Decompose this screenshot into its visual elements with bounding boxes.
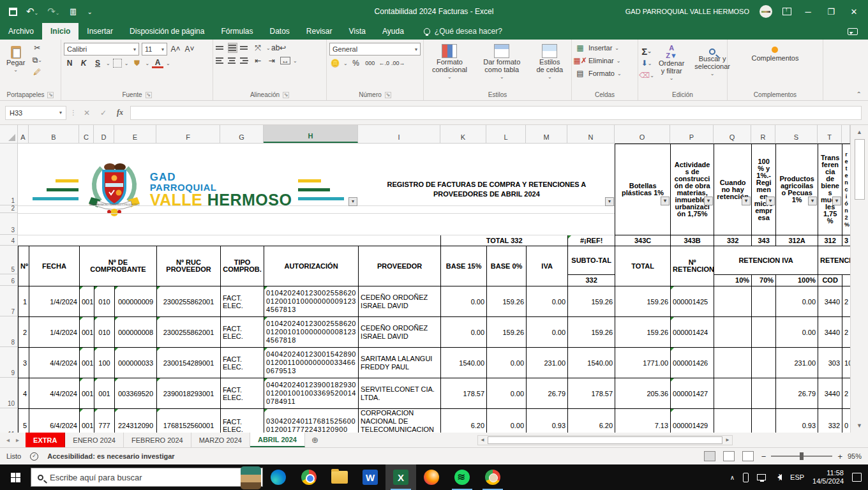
cell-punto-emision[interactable]: 100: [94, 348, 115, 378]
cell-secuencial[interactable]: 000000033: [115, 348, 157, 378]
cell-n-retencion[interactable]: 000001426: [671, 348, 714, 378]
scroll-up-icon[interactable]: ▲: [851, 125, 868, 139]
row-9[interactable]: 9: [0, 347, 18, 378]
row-6[interactable]: 6: [0, 274, 18, 286]
header-subtotal[interactable]: SUBTO-TAL: [568, 246, 615, 275]
header-subtotal-code[interactable]: 332: [568, 275, 615, 286]
tax-header-construccion[interactable]: Actividades de construcción de obra mate…: [671, 144, 714, 235]
taskbar-excel-active[interactable]: X: [385, 464, 416, 490]
cell-base15[interactable]: 178.57: [441, 378, 487, 409]
tax-header-botellas[interactable]: Botellas plásticas 1%▾: [615, 144, 671, 235]
tab-vista[interactable]: Vista: [341, 23, 374, 40]
cell-serie[interactable]: 001: [80, 348, 94, 378]
horizontal-scrollbar[interactable]: ◄ ►: [477, 435, 733, 445]
header-autorizacion[interactable]: AUTORIZACIÓN: [264, 246, 359, 286]
format-cells-icon[interactable]: ▤: [574, 68, 586, 78]
cell[interactable]: [19, 235, 441, 246]
code-cell[interactable]: 343C: [615, 235, 671, 246]
bold-icon[interactable]: N: [64, 58, 75, 68]
header-ruc[interactable]: Nº RUC PROVEEDOR: [157, 246, 221, 286]
copy-icon[interactable]: ⧉⌄: [31, 55, 43, 65]
cell-punto-emision[interactable]: 010: [94, 317, 115, 348]
accounting-format-icon[interactable]: 🪙: [329, 58, 341, 68]
clock[interactable]: 11:58 14/5/2024: [812, 469, 844, 486]
cell-base15[interactable]: 6.20: [441, 409, 487, 433]
account-avatar[interactable]: [760, 5, 772, 18]
tab-disposicion[interactable]: Disposición de página: [121, 23, 213, 40]
code-cell[interactable]: 3: [842, 235, 850, 246]
collapse-ribbon-icon[interactable]: ⌃: [857, 91, 862, 98]
code-cell[interactable]: 343: [752, 235, 776, 246]
taskbar-search-input[interactable]: Escribe aquí para buscar: [31, 468, 263, 487]
redo-icon[interactable]: ↷⌄: [47, 6, 59, 17]
cell-proveedor[interactable]: CEDEÑO ORDOÑEZ ISRAEL DAVID: [359, 317, 441, 348]
taskbar-file-explorer[interactable]: [324, 464, 355, 490]
taskbar-edge[interactable]: [263, 464, 294, 490]
cell-cod[interactable]: 332: [818, 409, 842, 433]
comma-style-icon[interactable]: 000: [364, 58, 376, 68]
decrease-indent-icon[interactable]: ⇤: [252, 56, 264, 66]
header-total[interactable]: TOTAL: [615, 246, 671, 286]
align-left-icon[interactable]: [216, 56, 225, 65]
taskbar-chrome-profile[interactable]: [477, 464, 508, 490]
cell-ret100[interactable]: 231.00: [776, 348, 818, 378]
scroll-right-icon[interactable]: ►: [723, 436, 732, 445]
print-preview-icon[interactable]: 🗏: [69, 6, 79, 17]
number-dialog-launcher[interactable]: ⇘: [385, 92, 391, 98]
cell-punto-emision[interactable]: 010: [94, 286, 115, 317]
cell-pct[interactable]: 2: [842, 317, 850, 348]
cell-base0[interactable]: 159.26: [487, 317, 527, 348]
action-center-icon[interactable]: [852, 473, 862, 482]
clipboard-dialog-launcher[interactable]: ⇘: [47, 92, 54, 98]
col-B[interactable]: B: [29, 125, 79, 143]
cell-cod[interactable]: 303: [818, 348, 842, 378]
cell-ret10[interactable]: [714, 348, 752, 378]
row-8[interactable]: 8: [0, 316, 18, 347]
filter-dropdown-icon[interactable]: ▾: [742, 197, 751, 205]
col-I[interactable]: I: [358, 125, 440, 143]
cell-serie[interactable]: 001: [80, 317, 94, 348]
col-U-partial[interactable]: [842, 125, 850, 143]
header-fecha[interactable]: FECHA: [29, 246, 80, 286]
tab-inicio[interactable]: Inicio: [42, 23, 79, 40]
header-iva[interactable]: IVA: [527, 246, 568, 286]
cancel-entry-icon[interactable]: ✕: [80, 108, 93, 117]
taskbar-chrome[interactable]: [294, 464, 324, 490]
sheet-tab-marzo[interactable]: MARZO 2024: [191, 433, 250, 447]
search-highlight-image[interactable]: [241, 466, 261, 489]
cell-iva[interactable]: 26.79: [527, 378, 568, 409]
header-70[interactable]: 70%: [752, 275, 776, 286]
increase-decimal-icon[interactable]: ←.0: [378, 58, 390, 68]
paste-button[interactable]: Pegar⌄: [3, 45, 29, 75]
decrease-font-icon[interactable]: A˅: [184, 44, 195, 54]
cell-punto-emision[interactable]: 001: [94, 378, 115, 409]
header-10[interactable]: 10%: [714, 275, 752, 286]
cell-ruc[interactable]: 2390018293001: [157, 378, 221, 409]
merge-center-icon[interactable]: ↔: [280, 57, 290, 64]
cell-ruc[interactable]: 1768152560001: [157, 409, 221, 433]
code-cell[interactable]: 343B: [671, 235, 714, 246]
page-layout-view-icon[interactable]: [723, 451, 735, 461]
cell-subtotal[interactable]: 178.57: [568, 378, 615, 409]
col-E[interactable]: E: [114, 125, 156, 143]
cell-ruc[interactable]: 2300255862001: [157, 286, 221, 317]
cell-cod[interactable]: 3440: [818, 378, 842, 409]
col-O[interactable]: O: [615, 125, 670, 143]
cell-base15[interactable]: 0.00: [441, 286, 487, 317]
taskbar-word[interactable]: W: [355, 464, 385, 490]
cell-ret100[interactable]: 0.00: [776, 286, 818, 317]
cell-proveedor[interactable]: SERVITELCONET CIA. LTDA.: [359, 378, 441, 409]
tab-archivo[interactable]: Archivo: [0, 23, 42, 40]
cell-serie[interactable]: 001: [80, 286, 94, 317]
fill-icon[interactable]: ⬇⌄: [641, 58, 652, 68]
tab-formulas[interactable]: Fórmulas: [213, 23, 261, 40]
tax-header-bienes-muebles[interactable]: Transferencia de bienes muebles 1,75%▾: [818, 144, 842, 235]
cell-ret70[interactable]: [752, 348, 776, 378]
cell-ret100[interactable]: 0.00: [776, 317, 818, 348]
col-K[interactable]: K: [440, 125, 486, 143]
taskbar-firefox[interactable]: [416, 464, 447, 490]
cell-base0[interactable]: 0.00: [487, 409, 527, 433]
cell-tipo[interactable]: FACT. ELEC.: [221, 286, 264, 317]
cell-base0[interactable]: 0.00: [487, 348, 527, 378]
cell-serie[interactable]: 001: [80, 409, 94, 433]
